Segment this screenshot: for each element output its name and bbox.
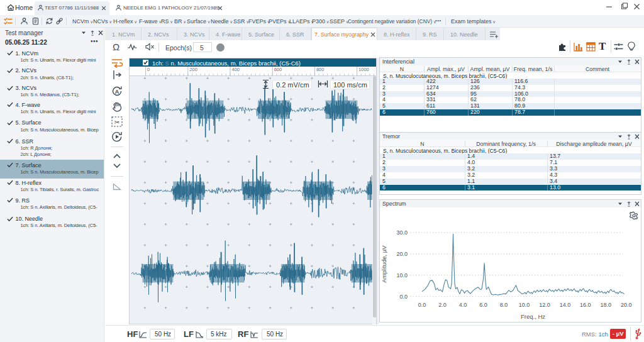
svg-text:0.0: 0.0 (418, 302, 426, 308)
svg-text:Freq., Hz: Freq., Hz (521, 313, 545, 320)
svg-text:0.0: 0.0 (399, 294, 408, 300)
svg-text:1000: 1000 (358, 67, 369, 72)
svg-text:14.0: 14.0 (560, 302, 571, 308)
svg-text:20.0: 20.0 (396, 251, 408, 257)
svg-text:10.0: 10.0 (396, 272, 408, 279)
svg-text:400: 400 (232, 67, 240, 72)
svg-text:Amplitude, µV: Amplitude, µV (380, 245, 387, 283)
svg-text:20.0: 20.0 (621, 302, 632, 308)
svg-text:600: 600 (274, 67, 282, 72)
svg-text:30.0: 30.0 (396, 229, 408, 236)
svg-text:12.0: 12.0 (539, 302, 550, 308)
svg-text:0: 0 (147, 67, 150, 72)
svg-text:6.0: 6.0 (479, 302, 487, 308)
svg-text:18.0: 18.0 (601, 302, 612, 308)
svg-text:16.0: 16.0 (580, 302, 591, 308)
svg-text:A: A (115, 89, 119, 95)
svg-text:2.0: 2.0 (438, 302, 447, 308)
svg-text:800: 800 (316, 67, 325, 72)
svg-text:200: 200 (189, 67, 197, 72)
svg-text:4.0: 4.0 (459, 302, 467, 308)
svg-text:✂: ✂ (114, 119, 119, 126)
svg-text:10.0: 10.0 (519, 302, 530, 308)
svg-text:8.0: 8.0 (500, 302, 508, 308)
